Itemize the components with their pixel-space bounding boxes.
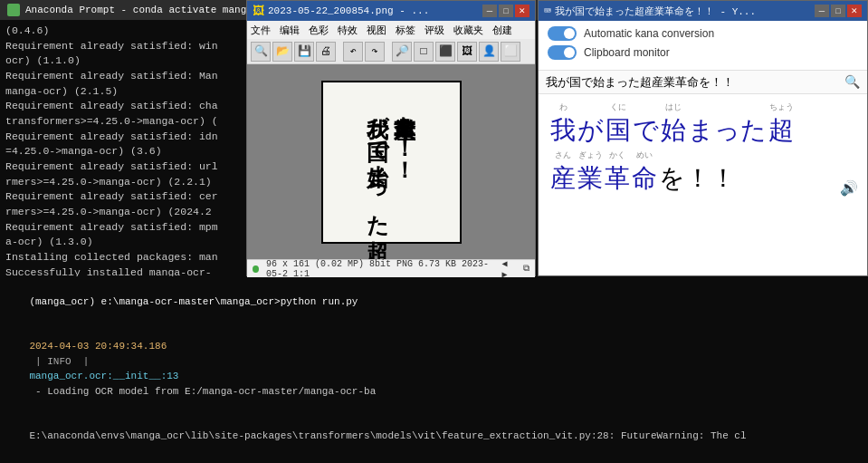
- furigana-line-2: さん 産 ぎょう 業 かく 革 めい 命 を！！: [549, 150, 856, 196]
- kanji-group: はじ 始: [661, 101, 686, 148]
- iv-status-copy: ⧉: [523, 264, 529, 274]
- furigana-line-1: わ 我 が くに 国 で はじ 始: [549, 101, 856, 148]
- iv-menu-edit[interactable]: 编辑: [280, 24, 300, 37]
- iv-tb-zoom-full[interactable]: ⬛: [435, 42, 455, 62]
- yomi-title: 我が国で始まった超産業革命を！！ - Y...: [555, 5, 756, 18]
- iv-win-controls[interactable]: ─ □ ✕: [482, 5, 529, 17]
- iv-statusbar: 96 x 161 (0.02 MP) 8bit PNG 6.73 KB 2023…: [247, 259, 535, 277]
- terminal-log[interactable]: (manga_ocr) e:\manga-ocr-master\manga_oc…: [0, 276, 868, 463]
- iv-maximize-button[interactable]: □: [499, 5, 513, 17]
- manga-text-col1: 我が国で始まった超: [366, 101, 389, 224]
- yomi-panel: ⌨ 我が国で始まった超産業革命を！！ - Y... ─ □ ✕ Automati…: [538, 0, 868, 276]
- iv-tb-open[interactable]: 📂: [272, 42, 292, 62]
- log-message: - Loading OCR model from E:/manga-ocr-ma…: [29, 386, 376, 397]
- furigana: くに: [610, 101, 626, 113]
- iv-titlebar: 🖼 2023-05-22_200854.png - ... ─ □ ✕: [247, 1, 535, 21]
- log-entry-warn2: ass ViTFeatureExtractor is deprecated an…: [5, 458, 863, 463]
- iv-minimize-button[interactable]: ─: [482, 5, 497, 17]
- yomi-win-controls[interactable]: ─ □ ✕: [815, 5, 862, 17]
- yomi-close-button[interactable]: ✕: [847, 5, 862, 17]
- kanji: 命: [632, 161, 657, 196]
- image-viewer: 🖼 2023-05-22_200854.png - ... ─ □ ✕ 文件 编…: [246, 0, 536, 276]
- yomi-titlebar: ⌨ 我が国で始まった超産業革命を！！ - Y... ─ □ ✕: [539, 1, 867, 21]
- search-icon[interactable]: 🔍: [844, 74, 860, 90]
- log-module: manga_ocr.ocr:__init__:13: [29, 371, 178, 381]
- kanji-group: ぎょう 業: [577, 150, 603, 196]
- yomi-toggle-row-2: Clipboard monitor: [548, 45, 858, 60]
- furigana: はじ: [665, 101, 682, 113]
- kanji: まった: [688, 113, 767, 148]
- kanji: を！！: [659, 161, 736, 196]
- iv-status-dot: [253, 265, 259, 273]
- yomi-search-bar[interactable]: 🔍: [539, 71, 867, 94]
- iv-menu-color[interactable]: 色彩: [309, 24, 329, 37]
- kanji-group: を！！: [659, 152, 736, 196]
- kanji-group: まった: [688, 104, 767, 148]
- iv-menu-fav[interactable]: 收藏夹: [453, 24, 483, 37]
- yomi-minimize-button[interactable]: ─: [815, 5, 829, 17]
- kanji-group: さん 産: [550, 150, 576, 196]
- kanji: 国: [606, 113, 631, 148]
- furigana: ぎょう: [578, 150, 603, 161]
- log-message: E:\anaconda\envs\manga_ocr\lib\site-pack…: [29, 430, 746, 441]
- kanji: 産: [550, 161, 576, 196]
- kana-conversion-label: Automatic kana conversion: [584, 27, 714, 40]
- furigana: [726, 104, 729, 113]
- iv-status-nav: ◀ ▶: [502, 258, 517, 280]
- iv-menu-tag[interactable]: 标签: [396, 24, 415, 37]
- iv-tb-save[interactable]: 💾: [294, 42, 314, 62]
- iv-menubar[interactable]: 文件 编辑 色彩 特效 视图 标签 评级 收藏夹 创建: [247, 21, 535, 39]
- manga-text-col2: 産業革命を！！: [393, 101, 416, 224]
- furigana: かく: [609, 150, 625, 161]
- iv-tb-zoom-fit[interactable]: □: [414, 42, 434, 62]
- iv-toolbar[interactable]: 🔍 📂 💾 🖨 ↶ ↷ 🔎 □ ⬛ 🖼 👤 ⬜: [247, 39, 535, 64]
- iv-tb-frame[interactable]: 🖼: [457, 42, 477, 62]
- iv-menu-rating[interactable]: 评级: [424, 24, 444, 37]
- kanji-group: が: [577, 104, 604, 148]
- furigana: さん: [555, 150, 571, 161]
- speaker-icon[interactable]: 🔊: [840, 179, 858, 198]
- iv-menu-create[interactable]: 创建: [492, 24, 512, 37]
- kanji: 始: [661, 113, 686, 148]
- furigana: [696, 152, 699, 161]
- kana-conversion-toggle[interactable]: [548, 26, 577, 41]
- log-command-line: (manga_ocr) e:\manga-ocr-master\manga_oc…: [5, 279, 863, 324]
- yomi-maximize-button[interactable]: □: [831, 5, 845, 17]
- iv-menu-view[interactable]: 视图: [367, 24, 386, 37]
- anaconda-icon: [7, 4, 20, 16]
- iv-tb-search[interactable]: 🔍: [251, 42, 271, 62]
- yomi-settings-bar: Automatic kana conversion Clipboard moni…: [539, 21, 867, 71]
- log-entry-0: 2024-04-03 20:49:34.186 | INFO | manga_o…: [5, 324, 863, 414]
- iv-tb-undo[interactable]: ↶: [343, 42, 363, 62]
- furigana: [644, 104, 647, 113]
- yomi-toggle-row-1: Automatic kana conversion: [548, 26, 858, 41]
- iv-tb-print[interactable]: 🖨: [316, 42, 336, 62]
- kanji-group: ちょう 超: [768, 101, 794, 148]
- yomi-search-input[interactable]: [546, 75, 844, 89]
- kanji: が: [577, 113, 604, 148]
- log-command: (manga_ocr) e:\manga-ocr-master\manga_oc…: [29, 296, 358, 307]
- kanji: で: [633, 113, 659, 148]
- clipboard-monitor-label: Clipboard monitor: [584, 46, 670, 59]
- kanji-group: わ 我: [550, 101, 576, 148]
- iv-menu-effect[interactable]: 特效: [338, 24, 358, 37]
- log-timestamp: 2024-04-03 20:49:34.186: [29, 341, 167, 352]
- yomi-content: わ 我 が くに 国 で はじ 始: [539, 94, 867, 205]
- furigana: わ: [559, 101, 568, 113]
- yomi-content-wrapper: わ 我 が くに 国 で はじ 始: [539, 94, 867, 205]
- furigana: めい: [636, 150, 653, 161]
- iv-close-button[interactable]: ✕: [515, 5, 529, 17]
- iv-menu-file[interactable]: 文件: [251, 24, 271, 37]
- terminal-title: Anaconda Prompt - conda activate manga_o…: [25, 5, 276, 15]
- iv-tb-select[interactable]: ⬜: [501, 42, 520, 62]
- manga-image: 我が国で始まった超 産業革命を！！: [321, 81, 462, 244]
- furigana: [589, 104, 592, 113]
- iv-tb-redo[interactable]: ↷: [365, 42, 385, 62]
- kanji: 業: [577, 161, 603, 196]
- clipboard-monitor-toggle[interactable]: [548, 45, 577, 60]
- iv-tb-zoom[interactable]: 🔎: [392, 42, 412, 62]
- iv-tb-person[interactable]: 👤: [479, 42, 499, 62]
- furigana: ちょう: [769, 101, 794, 113]
- kanji-group: かく 革: [605, 150, 630, 196]
- kanji: 我: [550, 113, 576, 148]
